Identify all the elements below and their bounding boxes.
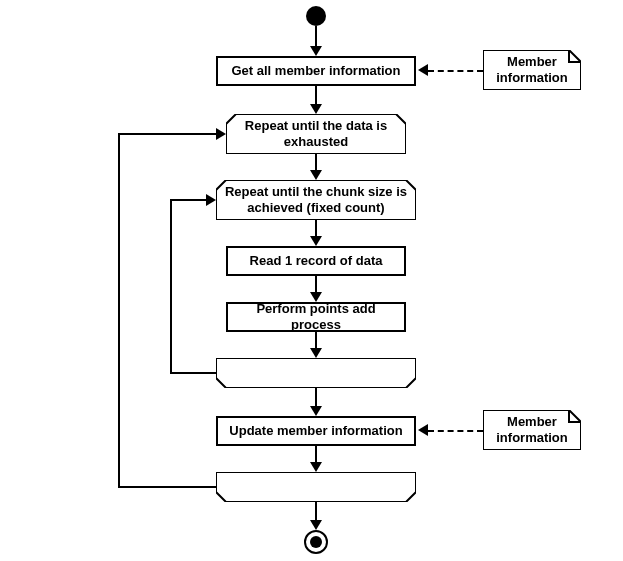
perform-points-add: Perform points add process xyxy=(226,302,406,332)
arrowhead xyxy=(310,520,322,530)
flow-diagram: Get all member information Member inform… xyxy=(0,0,623,561)
edge xyxy=(315,502,317,522)
note-text: Member information xyxy=(496,54,568,85)
label: Perform points add process xyxy=(236,301,396,332)
label: Repeat until the chunk size is achieved … xyxy=(225,184,407,215)
end-node xyxy=(304,530,328,554)
arrowhead xyxy=(310,236,322,246)
outer-loop-header: Repeat until the data is exhausted xyxy=(226,114,406,154)
label: Get all member information xyxy=(231,63,400,79)
svg-marker-3 xyxy=(216,358,416,388)
get-all-member-info: Get all member information xyxy=(216,56,416,86)
edge xyxy=(315,26,317,48)
arrowhead xyxy=(418,64,428,76)
note-member-info-1: Member information xyxy=(483,50,581,90)
inner-loop-header: Repeat until the chunk size is achieved … xyxy=(216,180,416,220)
arrowhead xyxy=(310,462,322,472)
note-text: Member information xyxy=(496,414,568,445)
arrowhead xyxy=(310,348,322,358)
edge xyxy=(118,486,216,488)
inner-loop-end xyxy=(216,358,416,388)
edge xyxy=(315,388,317,408)
dashed-edge xyxy=(428,430,483,432)
arrowhead xyxy=(310,406,322,416)
start-node xyxy=(306,6,326,26)
arrowhead xyxy=(310,104,322,114)
note-member-info-2: Member information xyxy=(483,410,581,450)
outer-loop-end xyxy=(216,472,416,502)
edge xyxy=(170,372,216,374)
edge xyxy=(170,199,172,374)
arrowhead xyxy=(418,424,428,436)
dashed-edge xyxy=(428,70,483,72)
label: Update member information xyxy=(229,423,402,439)
arrowhead xyxy=(310,46,322,56)
update-member-info: Update member information xyxy=(216,416,416,446)
arrowhead xyxy=(206,194,216,206)
arrowhead xyxy=(310,170,322,180)
edge xyxy=(315,86,317,106)
edge xyxy=(170,199,206,201)
edge xyxy=(118,133,120,488)
label: Repeat until the data is exhausted xyxy=(245,118,387,149)
svg-marker-5 xyxy=(216,472,416,502)
edge xyxy=(118,133,216,135)
read-one-record: Read 1 record of data xyxy=(226,246,406,276)
label: Read 1 record of data xyxy=(250,253,383,269)
arrowhead xyxy=(216,128,226,140)
